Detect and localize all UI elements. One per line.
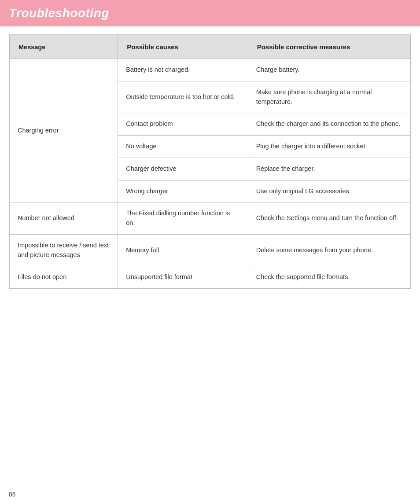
measure-cell: Replace the charger.	[248, 158, 410, 180]
message-cell: Charging error	[10, 59, 118, 202]
measure-cell: Use only original LG accessories.	[248, 180, 410, 202]
message-cell: Impossible to receive / send text and pi…	[10, 234, 118, 266]
cause-cell: The Fixed dialling number function is on…	[118, 202, 248, 235]
page-wrapper: Troubleshooting Message Possible causes …	[0, 0, 420, 504]
cause-cell: Memory full	[118, 234, 248, 266]
troubleshooting-table-container: Message Possible causes Possible correct…	[9, 34, 411, 289]
page-title: Troubleshooting	[9, 6, 411, 20]
troubleshooting-table: Message Possible causes Possible correct…	[9, 35, 411, 289]
table-row: Files do not openUnsupported file format…	[10, 266, 411, 289]
measure-cell: Make sure phone is charging at a normal …	[248, 81, 410, 113]
cause-cell: Outside temperature is too hot or cold.	[118, 81, 248, 113]
cause-cell: Wrong charger	[118, 180, 248, 202]
page-header: Troubleshooting	[0, 0, 420, 26]
col-header-measures: Possible corrective measures	[248, 35, 410, 59]
measure-cell: Delete some messages from your phone.	[248, 234, 410, 266]
cause-cell: Contact problem	[118, 113, 248, 136]
col-header-message: Message	[10, 35, 118, 59]
col-header-causes: Possible causes	[118, 35, 248, 59]
cause-cell: Battery is not charged.	[118, 59, 248, 81]
table-row: Number not allowedThe Fixed dialling num…	[10, 202, 411, 235]
measure-cell: Check the charger and its connection to …	[248, 113, 410, 136]
message-cell: Files do not open	[10, 266, 118, 289]
measure-cell: Charge battery.	[248, 59, 410, 81]
measure-cell: Check the supported file formats.	[248, 266, 410, 289]
table-row: Charging errorBattery is not charged.Cha…	[10, 59, 411, 81]
measure-cell: Check the Settings menu and turn the fun…	[248, 202, 410, 235]
cause-cell: Unsupported file format	[118, 266, 248, 289]
page-number: 86	[9, 491, 16, 498]
message-cell: Number not allowed	[10, 202, 118, 235]
cause-cell: No voltage	[118, 136, 248, 158]
cause-cell: Charger defective	[118, 158, 248, 180]
table-header-row: Message Possible causes Possible correct…	[10, 35, 411, 59]
measure-cell: Plug the charger into a different socket…	[248, 136, 410, 158]
table-row: Impossible to receive / send text and pi…	[10, 234, 411, 266]
